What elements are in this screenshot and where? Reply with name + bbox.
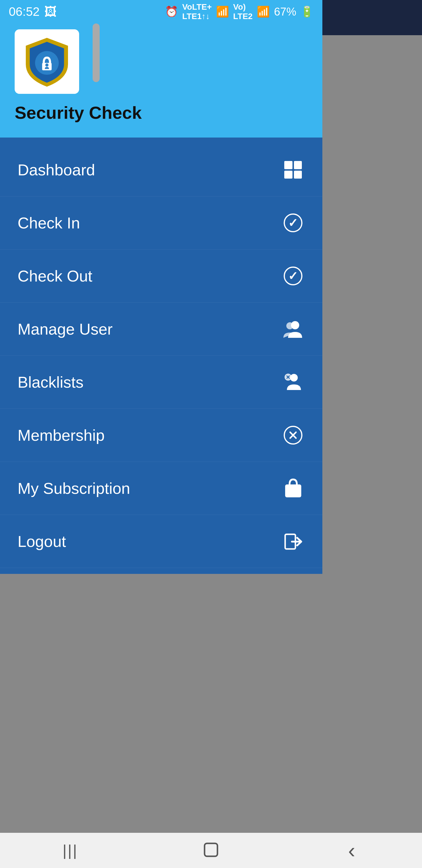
nav-menu-icon: ||| bbox=[63, 842, 78, 859]
grid-icon bbox=[281, 158, 305, 182]
nav-back-icon: ‹ bbox=[348, 838, 355, 862]
membership-label: Membership bbox=[18, 426, 105, 444]
users-icon bbox=[281, 317, 305, 341]
nav-back-button[interactable]: ‹ bbox=[334, 839, 369, 862]
alarm-icon: ⏰ bbox=[165, 6, 178, 18]
blacklists-label: Blacklists bbox=[18, 373, 84, 391]
status-icons: ⏰ VoLTE+LTE1↑↓ 📶 Vo)LTE2 📶 67% 🔋 bbox=[165, 2, 314, 21]
sidebar-item-my-subscription[interactable]: My Subscription bbox=[0, 462, 322, 515]
blacklists-icon bbox=[281, 370, 305, 394]
battery-display: 67% bbox=[274, 6, 296, 18]
app-logo bbox=[15, 29, 79, 94]
sidebar-item-manage-user[interactable]: Manage User bbox=[0, 303, 322, 356]
logout-label: Logout bbox=[18, 532, 66, 550]
manage-user-label: Manage User bbox=[18, 320, 112, 338]
svg-point-2 bbox=[45, 63, 48, 67]
my-subscription-label: My Subscription bbox=[18, 479, 130, 497]
nav-home-icon bbox=[202, 841, 220, 860]
navigation-drawer: 06:52 🖼 ⏰ VoLTE+LTE1↑↓ 📶 Vo)LTE2 📶 67% 🔋 bbox=[0, 0, 322, 868]
svg-rect-15 bbox=[204, 843, 218, 856]
image-icon: 🖼 bbox=[44, 5, 57, 19]
scrollbar[interactable] bbox=[93, 24, 100, 82]
drawer-menu: Dashboard Check In ✓ Check Out bbox=[0, 137, 322, 574]
sidebar-item-logout[interactable]: Logout bbox=[0, 515, 322, 568]
battery-icon: 🔋 bbox=[300, 6, 314, 18]
shield-svg bbox=[21, 35, 73, 88]
checkout-icon: ✓ bbox=[281, 264, 305, 288]
logout-icon bbox=[281, 530, 305, 553]
background-dark-top bbox=[322, 0, 422, 35]
time-display: 06:52 bbox=[9, 5, 39, 19]
signal-lte2-icon: Vo)LTE2 bbox=[233, 2, 253, 21]
signal-lte1-icon: VoLTE+LTE1↑↓ bbox=[182, 2, 212, 21]
bag-icon bbox=[281, 476, 305, 500]
signal-bars-icon: 📶 bbox=[216, 6, 229, 18]
checkin-icon: ✓ bbox=[281, 211, 305, 235]
status-bar: 06:52 🖼 ⏰ VoLTE+LTE1↑↓ 📶 Vo)LTE2 📶 67% 🔋 bbox=[0, 0, 322, 24]
signal-bars2-icon: 📶 bbox=[257, 6, 270, 18]
sidebar-item-blacklists[interactable]: Blacklists bbox=[0, 356, 322, 409]
nav-menu-button[interactable]: ||| bbox=[53, 839, 88, 862]
sidebar-item-membership[interactable]: Membership bbox=[0, 409, 322, 462]
checkout-label: Check Out bbox=[18, 267, 92, 285]
dashboard-label: Dashboard bbox=[18, 161, 95, 179]
checkin-label: Check In bbox=[18, 214, 80, 232]
svg-point-4 bbox=[286, 322, 293, 329]
sidebar-item-checkout[interactable]: Check Out ✓ bbox=[0, 250, 322, 303]
app-name: Security Check bbox=[15, 103, 142, 123]
nav-bar: ||| ‹ bbox=[0, 833, 422, 868]
status-time-group: 06:52 🖼 bbox=[9, 5, 57, 19]
sidebar-item-dashboard[interactable]: Dashboard bbox=[0, 144, 322, 196]
x-circle-icon bbox=[281, 424, 305, 447]
svg-rect-12 bbox=[286, 485, 300, 496]
sidebar-item-checkin[interactable]: Check In ✓ bbox=[0, 196, 322, 250]
nav-home-button[interactable] bbox=[193, 839, 229, 862]
